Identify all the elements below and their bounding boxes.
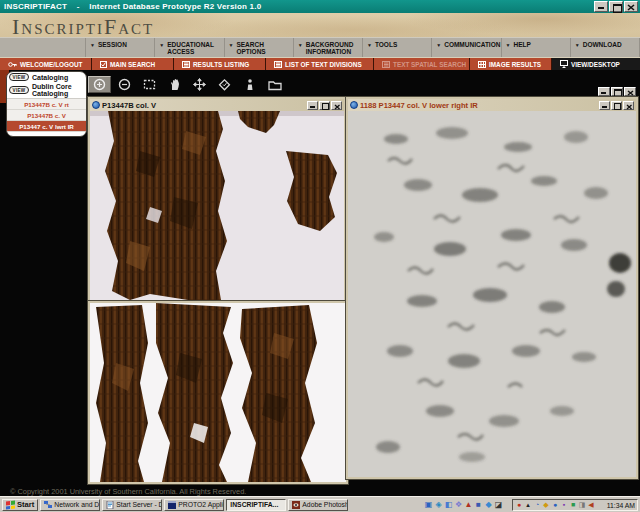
image-window-color: P13447B col. V — [88, 97, 346, 302]
shortcut-icon[interactable]: ▣ — [424, 499, 433, 510]
window-globe-icon — [350, 101, 358, 109]
viewer-desktop: VIEW Cataloging VIEW Dublin Core Catalog… — [0, 70, 640, 496]
app-titlebar[interactable]: INSCRIPTIFACT - Internet Database Protot… — [0, 0, 640, 13]
list-item[interactable]: P13447B c. V — [7, 110, 86, 121]
chevron-down-icon: ▼ — [367, 42, 372, 48]
minimize-icon[interactable] — [599, 101, 610, 110]
logo-text: NSCRIPTI — [21, 21, 104, 37]
image-window-ir: 1188 P13447 col. V lower right IR — [346, 97, 638, 479]
menu-communication[interactable]: ▼COMMUNICATION — [432, 38, 501, 57]
tray-icon[interactable]: ▴ — [524, 500, 532, 510]
maximize-icon[interactable] — [611, 87, 623, 96]
shortcut-icon[interactable]: ■ — [474, 499, 483, 510]
chevron-down-icon: ▼ — [90, 42, 95, 48]
taskbar-button-network[interactable]: Network and Dial-... — [40, 499, 100, 511]
menu-background-information[interactable]: ▼BACKGROUND INFORMATION — [294, 38, 363, 57]
folder-icon — [268, 79, 282, 91]
maximize-icon[interactable] — [611, 101, 622, 110]
key-icon — [8, 61, 17, 68]
taskbar-button-start-server[interactable]: Start Server - D:\b... — [102, 499, 162, 511]
dublin-core-row: VIEW Dublin Core Cataloging — [7, 82, 86, 98]
papyrus-image-color[interactable] — [90, 111, 344, 300]
tray-icon[interactable]: ◔ — [533, 500, 541, 510]
tray-icon[interactable]: ● — [515, 500, 523, 510]
maximize-icon[interactable] — [319, 101, 330, 110]
menu-tools[interactable]: ▼TOOLS — [363, 38, 432, 57]
maximize-icon[interactable] — [609, 1, 623, 12]
tab-list-of-text-divisions[interactable]: LIST OF TEXT DIVISIONS — [266, 58, 374, 70]
tab-view-desktop[interactable]: VIEW/DESKTOP — [552, 58, 640, 70]
start-button[interactable]: Start — [2, 499, 38, 511]
minimize-icon[interactable] — [307, 101, 318, 110]
close-icon[interactable] — [624, 87, 636, 96]
tab-welcome-logout[interactable]: WELCOME/LOGOUT — [0, 58, 92, 70]
close-icon[interactable] — [331, 101, 342, 110]
tab-bar: WELCOME/LOGOUT MAIN SEARCH RESULTS LISTI… — [0, 57, 640, 70]
shortcut-icon[interactable]: ▲ — [464, 499, 473, 510]
image-window-title: 1188 P13447 col. V lower right IR — [360, 101, 597, 110]
close-icon[interactable] — [623, 101, 634, 110]
tab-main-search[interactable]: MAIN SEARCH — [92, 58, 174, 70]
folder-tool[interactable] — [263, 76, 286, 93]
tab-image-results[interactable]: IMAGE RESULTS — [470, 58, 552, 70]
hand-tool[interactable] — [163, 76, 186, 93]
annotate-tool[interactable] — [238, 76, 261, 93]
chevron-down-icon: ▼ — [506, 42, 511, 48]
menu-search-options[interactable]: ▼SEARCH OPTIONS — [225, 38, 294, 57]
tray-icon[interactable]: ▪ — [560, 500, 568, 510]
shortcut-icon[interactable]: ◪ — [494, 499, 503, 510]
dublin-core-label: Dublin Core Cataloging — [32, 83, 84, 97]
menubar-spacer — [0, 38, 86, 57]
taskbar-button-photoshop[interactable]: Adobe Photoshop — [288, 499, 348, 511]
application-window: INSCRIPTIFACT - Internet Database Protot… — [0, 0, 640, 512]
tray-icon[interactable]: ◆ — [542, 500, 550, 510]
checkbox-icon — [100, 61, 107, 68]
image-window-titlebar[interactable]: P13447B col. V — [90, 99, 344, 111]
shortcut-icon[interactable]: ◧ — [444, 499, 453, 510]
tray-icon[interactable]: ■ — [569, 500, 577, 510]
shortcut-icon[interactable]: ◈ — [434, 499, 443, 510]
tag-icon — [218, 78, 231, 91]
chevron-down-icon: ▼ — [229, 42, 234, 48]
tray-icon[interactable]: ◨ — [578, 500, 586, 510]
cataloging-label: Cataloging — [32, 74, 68, 81]
taskbar-button-inscriptifact[interactable]: INSCRIPTIFA... — [226, 499, 286, 511]
zoom-in-tool[interactable] — [88, 76, 111, 93]
shortcut-icon[interactable]: ◆ — [484, 499, 493, 510]
menu-educational-access[interactable]: ▼EDUCATIONAL ACCESS — [155, 38, 224, 57]
zoom-in-icon — [93, 78, 106, 91]
taskbar-button-proto2[interactable]: PROTO2 Applicati... — [164, 499, 224, 511]
minimize-icon[interactable] — [594, 1, 608, 12]
marquee-tool[interactable] — [138, 76, 161, 93]
taskbar-clock[interactable]: 11:34 AM — [607, 502, 635, 509]
menu-download[interactable]: ▼DOWNLOAD — [571, 38, 640, 57]
view-dublin-core-button[interactable]: VIEW — [9, 86, 29, 94]
hand-icon — [169, 78, 181, 91]
papyrus-image-ir[interactable] — [348, 111, 636, 477]
tag-tool[interactable] — [213, 76, 236, 93]
dos-app-icon — [168, 501, 176, 509]
copyright-text: © Copyright 2001 University of Southern … — [10, 487, 246, 496]
shortcut-icon[interactable]: ❖ — [454, 499, 463, 510]
minimize-icon[interactable] — [598, 87, 610, 96]
notepad-icon — [106, 501, 114, 509]
papyrus-image-color-lower[interactable] — [90, 303, 346, 482]
chevron-down-icon: ▼ — [575, 42, 580, 48]
windows-logo-icon — [6, 500, 15, 509]
close-icon[interactable] — [624, 1, 638, 12]
tray-icon[interactable]: ● — [551, 500, 559, 510]
network-icon — [44, 501, 52, 509]
image-window-titlebar[interactable]: 1188 P13447 col. V lower right IR — [348, 99, 636, 111]
menu-help[interactable]: ▼HELP — [502, 38, 571, 57]
zoom-out-tool[interactable] — [113, 76, 136, 93]
list-item-selected[interactable]: P13447 c. V lwrt IR — [7, 121, 86, 132]
tray-icon[interactable]: ◀ — [587, 500, 595, 510]
list-item[interactable]: P13447B c. V rt — [7, 99, 86, 110]
chevron-down-icon: ▼ — [298, 42, 303, 48]
view-cataloging-button[interactable]: VIEW — [9, 73, 29, 81]
tab-results-listing[interactable]: RESULTS LISTING — [174, 58, 266, 70]
menu-session[interactable]: ▼SESSION — [86, 38, 155, 57]
chevron-down-icon: ▼ — [159, 42, 164, 48]
taskbar: Start Network and Dial-... Start Server … — [0, 496, 640, 512]
move-tool[interactable] — [188, 76, 211, 93]
